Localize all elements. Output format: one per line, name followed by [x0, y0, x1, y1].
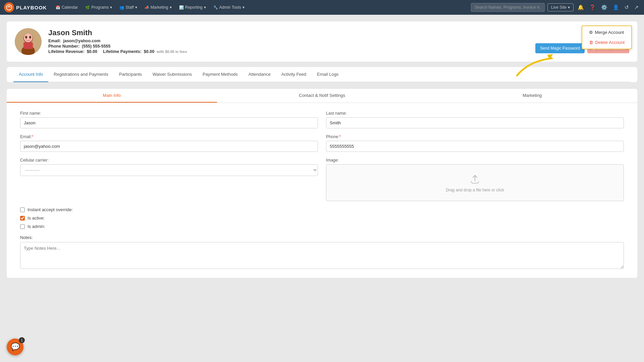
logo-text: PLAYBOOK: [16, 5, 47, 10]
carrier-label: Cellular carrier:: [20, 158, 318, 163]
svg-point-5: [24, 34, 33, 42]
notes-textarea[interactable]: [20, 242, 624, 269]
send-magic-password-button[interactable]: Send Magic Password: [535, 43, 585, 53]
page-wrapper: Jason Smith Email: jason@yahoo.com Phone…: [0, 15, 644, 362]
svg-marker-8: [547, 54, 553, 59]
profile-phone: Phone Number: (555) 555-5555: [48, 44, 529, 49]
instant-accept-checkbox-item: Instant accept override:: [20, 207, 624, 212]
external-link-icon[interactable]: ↗: [633, 3, 640, 12]
first-name-label: First name:: [20, 111, 318, 116]
notes-label: Notes:: [20, 235, 624, 240]
inner-tabs: Main Info Contact & Notif Settings Marke…: [7, 89, 637, 103]
email-group: Email:*: [20, 134, 318, 152]
settings-icon[interactable]: ⚙️: [600, 3, 609, 12]
upload-text: Drag and drop a file here or click: [446, 188, 504, 192]
merge-icon: ⚙: [589, 30, 593, 35]
nav-marketing[interactable]: 📣 Marketing ▾: [141, 3, 175, 12]
profile-revenue: Lifetime Revenue: $0.00 Lifetime Payment…: [48, 49, 529, 54]
chevron-down-icon: ▾: [110, 5, 112, 10]
reporting-icon: 📊: [179, 5, 184, 10]
email-input[interactable]: [20, 141, 318, 152]
search-input[interactable]: [471, 3, 545, 12]
profile-name: Jason Smith: [48, 28, 529, 37]
account-tabs: Account Info Registrations and Payments …: [7, 67, 637, 82]
programs-icon: 🌿: [85, 5, 90, 10]
logo-icon: [4, 2, 14, 12]
tab-activity-feed[interactable]: Activity Feed: [276, 67, 312, 82]
profile-info: Jason Smith Email: jason@yahoo.com Phone…: [48, 28, 529, 55]
image-label: Image:: [326, 158, 624, 163]
carrier-image-row: Cellular carrier: ---------- AT&T Verizo…: [20, 158, 624, 201]
nav-admin-tools[interactable]: 🔧 Admin Tools ▾: [210, 3, 248, 12]
carrier-group: Cellular carrier: ---------- AT&T Verizo…: [20, 158, 318, 201]
refresh-icon[interactable]: ↺: [623, 3, 630, 12]
marketing-icon: 📣: [145, 5, 149, 10]
is-admin-checkbox[interactable]: [20, 224, 25, 229]
checkbox-group: Instant accept override: Is active: Is a…: [20, 207, 624, 229]
profile-email: Email: jason@yahoo.com: [48, 39, 529, 43]
contact-row: Email:* Phone:*: [20, 134, 624, 152]
is-active-checkbox-item: Is active:: [20, 216, 624, 221]
chat-icon: 💬: [11, 343, 20, 351]
admin-tools-icon: 🔧: [213, 5, 218, 10]
nav-programs[interactable]: 🌿 Programs ▾: [82, 3, 115, 12]
image-group: Image: Drag and drop a file here or clic…: [326, 158, 624, 201]
merge-account-menu-item[interactable]: ⚙ Merge Account: [586, 28, 627, 37]
merge-account-dropdown: ⚙ Merge Account 🗑 Delete Account: [582, 25, 632, 49]
chevron-down-icon: ▾: [243, 5, 245, 10]
tab-registrations[interactable]: Registrations and Payments: [48, 67, 114, 82]
chevron-down-icon: ▾: [135, 5, 137, 10]
live-site-button[interactable]: Live Site ▾: [547, 3, 574, 11]
instant-accept-checkbox[interactable]: [20, 207, 25, 212]
nav-reporting[interactable]: 📊 Reporting ▾: [176, 3, 209, 12]
last-name-input[interactable]: [326, 117, 624, 128]
phone-required-marker: *: [339, 134, 341, 139]
content-card: Main Info Contact & Notif Settings Marke…: [7, 89, 637, 278]
email-required-marker: *: [32, 134, 34, 139]
logo[interactable]: PLAYBOOK: [4, 2, 47, 12]
first-name-input[interactable]: [20, 117, 318, 128]
last-name-group: Last name:: [326, 111, 624, 128]
chevron-down-icon: ▾: [170, 5, 172, 10]
help-icon[interactable]: ❓: [588, 3, 597, 12]
tab-waiver-submissions[interactable]: Waiver Submissions: [147, 67, 197, 82]
svg-rect-4: [23, 42, 33, 49]
chat-bubble[interactable]: 💬 1: [7, 339, 23, 355]
inner-tab-marketing[interactable]: Marketing: [427, 89, 637, 103]
notifications-icon[interactable]: 🔔: [576, 3, 585, 12]
nav-items: 📅 Calendar 🌿 Programs ▾ 👥 Staff ▾ 📣 Mark…: [52, 3, 471, 12]
phone-label: Phone:*: [326, 134, 624, 139]
delete-icon: 🗑: [589, 40, 593, 45]
dropdown-divider: [586, 37, 627, 38]
phone-group: Phone:*: [326, 134, 624, 152]
last-name-label: Last name:: [326, 111, 624, 116]
phone-input[interactable]: [326, 141, 624, 152]
tab-account-info[interactable]: Account Info: [13, 67, 48, 82]
image-upload-area[interactable]: Drag and drop a file here or click: [326, 164, 624, 201]
nav-staff[interactable]: 👥 Staff ▾: [116, 3, 140, 12]
form-body: First name: Last name: Email:*: [7, 103, 637, 278]
is-active-checkbox[interactable]: [20, 216, 25, 221]
user-icon[interactable]: 👤: [611, 3, 621, 12]
chevron-down-icon: ▾: [204, 5, 206, 10]
email-label: Email:*: [20, 134, 318, 139]
nav-right: Live Site ▾ 🔔 ❓ ⚙️ 👤 ↺ ↗: [471, 3, 640, 12]
main-content: Main Info Contact & Notif Settings Marke…: [7, 82, 637, 278]
tab-payment-methods[interactable]: Payment Methods: [197, 67, 243, 82]
svg-point-0: [6, 5, 12, 10]
carrier-select[interactable]: ---------- AT&T Verizon T-Mobile Sprint …: [20, 164, 318, 176]
first-name-group: First name:: [20, 111, 318, 128]
nav-calendar[interactable]: 📅 Calendar: [52, 3, 82, 12]
upload-icon: [469, 173, 481, 185]
tab-email-logs[interactable]: Email Logs: [312, 67, 344, 82]
profile-header: Jason Smith Email: jason@yahoo.com Phone…: [7, 21, 637, 62]
inner-tab-contact-settings[interactable]: Contact & Notif Settings: [217, 89, 427, 103]
delete-account-menu-item[interactable]: 🗑 Delete Account: [586, 38, 627, 47]
calendar-icon: 📅: [56, 5, 60, 10]
tab-participants[interactable]: Participants: [114, 67, 147, 82]
tab-attendance[interactable]: Attendance: [243, 67, 276, 82]
tabs-list: Account Info Registrations and Payments …: [13, 67, 631, 82]
inner-tab-main-info[interactable]: Main Info: [7, 89, 217, 103]
svg-point-7: [29, 36, 31, 39]
top-navigation: PLAYBOOK 📅 Calendar 🌿 Programs ▾ 👥 Staff…: [0, 0, 644, 15]
